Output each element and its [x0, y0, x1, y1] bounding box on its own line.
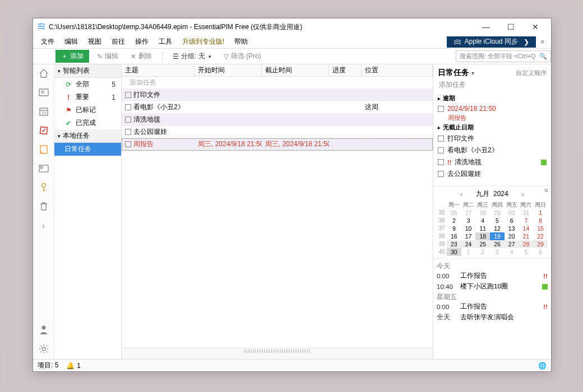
rail-home-icon[interactable] [38, 68, 49, 79]
nodue-section[interactable]: ▸无截止日期 [433, 122, 551, 133]
cal-next-button[interactable]: › [522, 190, 524, 198]
cal-day[interactable]: 4 [475, 217, 490, 225]
panel-add-task[interactable]: 添加任务 [433, 79, 551, 93]
cal-day[interactable]: 18 [475, 232, 490, 240]
agenda-event[interactable]: 0:00工作报告!! [437, 270, 548, 281]
col-progress[interactable]: 进度 [329, 64, 362, 76]
cal-day[interactable]: 30 [505, 209, 519, 217]
checkbox[interactable] [438, 147, 444, 153]
cal-day[interactable]: 2 [447, 217, 461, 225]
table-row[interactable]: 周报告周三, 2024/9/18 21:50周三, 2024/9/18 21:5… [122, 138, 433, 151]
panel-task-item[interactable]: 看电影《小丑2》 [433, 144, 551, 156]
panel-task-item[interactable]: 打印文件 [433, 133, 551, 144]
cal-day[interactable]: 21 [519, 232, 534, 240]
cal-day[interactable]: 7 [519, 217, 534, 225]
menu-tools[interactable]: 工具 [154, 36, 177, 48]
delete-button[interactable]: ✕删除 [126, 50, 156, 63]
checkbox[interactable] [438, 106, 444, 112]
panel-task-item[interactable]: 去公园遛娃 [433, 168, 551, 180]
add-button[interactable]: ＋添加 [55, 50, 89, 63]
col-location[interactable]: 位置 [362, 64, 433, 76]
cal-day[interactable]: 25 [475, 240, 490, 248]
minimize-button[interactable]: — [475, 19, 497, 35]
rail-mail-icon[interactable] [38, 163, 49, 174]
cal-day[interactable]: 22 [533, 232, 548, 240]
sort-order[interactable]: 自定义顺序 [516, 69, 547, 77]
cal-month-year[interactable]: 九月 2024 [476, 189, 508, 199]
rail-user-icon[interactable] [38, 324, 49, 335]
cal-day[interactable]: 6 [533, 248, 548, 256]
cal-day[interactable]: 9 [447, 225, 461, 232]
overdue-section[interactable]: ▸逾期 [433, 93, 551, 104]
agenda-event[interactable]: 全天去听张学友演唱会 [437, 312, 548, 323]
close-button[interactable]: ✕ [524, 19, 547, 35]
cal-day[interactable]: 3 [490, 248, 505, 256]
icloud-sync-banner[interactable]: Apple iCloud 同步 ❯ [447, 36, 536, 48]
smart-lists-header[interactable]: ▾智能列表 [54, 64, 121, 78]
globe-icon[interactable]: 🌐 [538, 362, 547, 370]
cal-day[interactable]: 10 [461, 225, 476, 232]
rail-password-icon[interactable] [38, 182, 49, 193]
chevron-down-icon[interactable]: ▾ [471, 70, 474, 76]
cal-day[interactable]: 23 [447, 240, 461, 248]
cal-day[interactable]: 24 [461, 240, 476, 248]
table-row[interactable]: 清洗地毯 [122, 114, 433, 126]
sidebar-item-flag[interactable]: ⚑已标记 [54, 104, 121, 116]
splitter[interactable] [122, 348, 433, 359]
rail-trash-icon[interactable] [38, 201, 49, 212]
sidebar-item-daily[interactable]: 日常任务 [54, 143, 121, 156]
rail-tasks-icon[interactable] [38, 125, 49, 136]
sidebar-item-sync[interactable]: ⟳全部5 [54, 78, 121, 91]
rail-more-icon[interactable]: › [38, 220, 49, 231]
cal-day[interactable]: 3 [461, 217, 476, 225]
banner-close-button[interactable]: × [537, 38, 548, 46]
menu-upgrade[interactable]: 升级到专业版! [178, 36, 229, 48]
menu-action[interactable]: 操作 [131, 36, 153, 48]
add-task-row[interactable]: 添加任务 [122, 77, 433, 89]
table-row[interactable]: 去公园遛娃 [122, 126, 433, 138]
col-subject[interactable]: 主题 [122, 64, 195, 76]
maximize-button[interactable]: ☐ [499, 19, 522, 35]
cal-day[interactable]: 4 [505, 248, 519, 256]
menu-edit[interactable]: 编辑 [60, 36, 82, 48]
cal-day[interactable]: 31 [519, 209, 534, 217]
filter-button[interactable]: ▽筛选 (Pro) [219, 50, 266, 63]
table-row[interactable]: 打印文件 [122, 89, 433, 101]
cal-day[interactable]: 8 [533, 217, 548, 225]
checkbox[interactable] [438, 159, 444, 165]
cal-day[interactable]: 20 [505, 232, 519, 240]
cal-day[interactable]: 5 [519, 248, 534, 256]
checkbox[interactable] [125, 116, 131, 123]
menu-view[interactable]: 视图 [84, 36, 106, 48]
sidebar-item-important[interactable]: !重要1 [54, 91, 121, 104]
calendar-close-icon[interactable]: ✕ [544, 187, 549, 194]
checkbox[interactable] [125, 104, 131, 110]
overdue-task[interactable]: 2024/9/18 21:50 [433, 104, 551, 114]
cal-day[interactable]: 2 [475, 248, 490, 256]
cal-day[interactable]: 1 [533, 209, 548, 217]
rail-contacts-icon[interactable] [38, 87, 49, 98]
cal-day[interactable]: 13 [505, 225, 519, 232]
menu-help[interactable]: 帮助 [230, 36, 252, 48]
checkbox[interactable] [125, 141, 131, 147]
checkbox[interactable] [125, 129, 131, 135]
cal-day[interactable]: 29 [490, 209, 505, 217]
group-button[interactable]: ☰分组: 无▾ [168, 50, 216, 63]
cal-day[interactable]: 14 [519, 225, 534, 232]
cal-day[interactable]: 11 [475, 225, 490, 232]
table-row[interactable]: 看电影《小丑2》这周 [122, 101, 433, 114]
menu-go[interactable]: 前往 [107, 36, 129, 48]
cal-prev-button[interactable]: ‹ [460, 190, 462, 198]
rail-notes-icon[interactable] [38, 144, 49, 155]
status-notifications[interactable]: 🔔1 [66, 362, 81, 370]
cal-day[interactable]: 30 [447, 248, 461, 256]
checkbox[interactable] [438, 171, 444, 177]
agenda-event[interactable]: 0:00工作报告!! [437, 301, 548, 312]
checkbox[interactable] [438, 136, 444, 142]
sidebar-item-done[interactable]: ✔已完成 [54, 116, 121, 129]
cal-day[interactable]: 27 [461, 209, 476, 217]
cal-day[interactable]: 6 [505, 217, 519, 225]
cal-day[interactable]: 26 [490, 240, 505, 248]
cal-day[interactable]: 19 [490, 232, 505, 240]
rail-settings-icon[interactable] [38, 343, 49, 354]
